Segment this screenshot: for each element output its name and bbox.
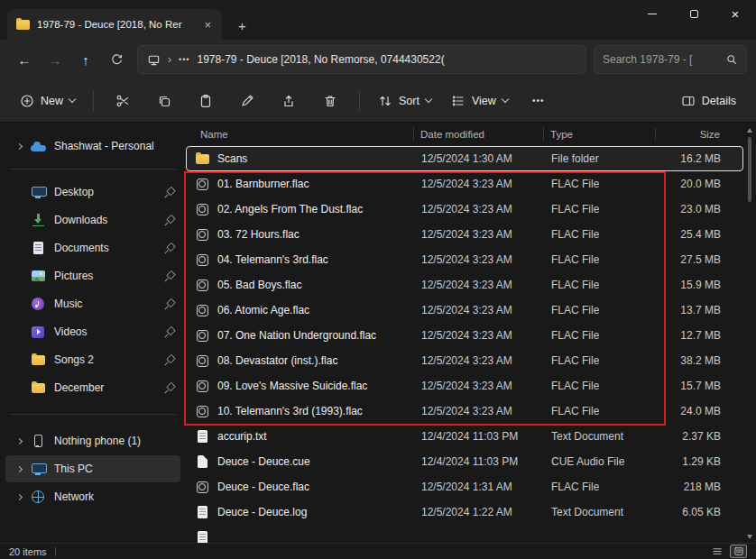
- sidebar-item-downloads[interactable]: Downloads: [5, 206, 180, 234]
- file-row[interactable]: 03. 72 Hours.flac 12/5/2024 3:23 AM FLAC…: [186, 222, 743, 247]
- maximize-button[interactable]: [673, 0, 715, 28]
- back-button[interactable]: ←: [9, 45, 40, 74]
- sidebar-item-label: Shashwat - Personal: [54, 140, 175, 152]
- sidebar-item-nothing-phone-1[interactable]: Nothing phone (1): [5, 427, 180, 454]
- clipboard-icon: [198, 94, 213, 108]
- file-row[interactable]: 01. Barnburner.flac 12/5/2024 3:23 AM FL…: [186, 171, 743, 197]
- status-divider: [55, 547, 56, 556]
- close-button[interactable]: ×: [715, 0, 756, 28]
- file-row[interactable]: 07. One Nation Underground.flac 12/5/202…: [186, 323, 743, 348]
- share-icon: [281, 94, 296, 108]
- file-row[interactable]: 02. Angels From The Dust.flac 12/5/2024 …: [186, 197, 743, 222]
- chevron-down-icon: [502, 96, 509, 103]
- search-input[interactable]: Search 1978-79 - [: [594, 45, 747, 74]
- rename-button[interactable]: [227, 86, 267, 116]
- file-size: 27.5 MB: [656, 253, 733, 266]
- sidebar-item-desktop[interactable]: Desktop: [5, 179, 180, 206]
- cut-button[interactable]: [103, 86, 143, 116]
- copy-button[interactable]: [144, 86, 184, 116]
- details-view-icon: [733, 546, 744, 556]
- paste-button[interactable]: [186, 86, 226, 116]
- breadcrumb-ellipsis[interactable]: •••: [179, 55, 189, 64]
- sidebar-item-pictures[interactable]: Pictures: [5, 262, 180, 289]
- file-row[interactable]: accurip.txt 12/4/2024 11:03 PM Text Docu…: [186, 424, 743, 449]
- sidebar-item-this-pc[interactable]: This PC: [5, 455, 180, 482]
- file-name: 05. Bad Boys.flac: [217, 279, 301, 291]
- column-header-type[interactable]: Type: [543, 127, 655, 142]
- sort-button[interactable]: Sort: [369, 87, 440, 115]
- file-date: 12/5/2024 3:23 AM: [414, 228, 544, 241]
- file-size: 20.0 MB: [656, 178, 733, 190]
- file-row[interactable]: [186, 525, 743, 543]
- column-header-size[interactable]: Size: [655, 127, 733, 142]
- file-name: 01. Barnburner.flac: [217, 178, 309, 190]
- sidebar-item-onedrive[interactable]: Shashwat - Personal: [5, 133, 180, 160]
- forward-button[interactable]: →: [40, 45, 70, 74]
- file-name: 06. Atomic Age.flac: [217, 304, 309, 316]
- more-options-button[interactable]: •••: [519, 86, 558, 116]
- scroll-up-icon[interactable]: [747, 128, 752, 133]
- details-button[interactable]: Details: [672, 87, 745, 115]
- file-icon: [197, 229, 208, 241]
- sidebar-item-videos[interactable]: Videos: [5, 318, 180, 345]
- file-row[interactable]: 10. Telemann's 3rd (1993).flac 12/5/2024…: [186, 399, 743, 424]
- search-placeholder: Search 1978-79 - [: [603, 53, 720, 66]
- file-icon: [198, 430, 207, 443]
- sidebar-item-documents[interactable]: Documents: [5, 234, 180, 261]
- delete-button[interactable]: [310, 86, 350, 116]
- file-icon: [197, 355, 208, 367]
- sidebar-item-icon: [32, 187, 45, 198]
- explorer-tab[interactable]: 1978-79 - Deuce [2018, No Rer ×: [7, 9, 222, 40]
- share-button[interactable]: [269, 86, 309, 116]
- new-tab-button[interactable]: +: [231, 19, 254, 32]
- file-row[interactable]: Deuce - Deuce.cue 12/4/2024 11:03 PM CUE…: [186, 449, 743, 474]
- sidebar-item-label: Downloads: [54, 214, 165, 226]
- search-icon[interactable]: [725, 53, 738, 66]
- file-icon: [197, 179, 208, 190]
- file-row[interactable]: 08. Devastator (inst.).flac 12/5/2024 3:…: [186, 348, 743, 373]
- file-row[interactable]: Deuce - Deuce.log 12/5/2024 1:22 AM Text…: [186, 499, 743, 525]
- file-date: 12/5/2024 3:23 AM: [414, 279, 544, 291]
- file-date: 12/5/2024 3:23 AM: [414, 203, 544, 215]
- chevron-icon[interactable]: [15, 493, 22, 499]
- file-row[interactable]: Deuce - Deuce.flac 12/5/2024 1:31 AM FLA…: [186, 474, 743, 499]
- scrollbar-thumb[interactable]: [748, 137, 751, 202]
- column-header-name[interactable]: Name: [186, 127, 413, 142]
- chevron-icon[interactable]: [15, 437, 22, 444]
- refresh-button[interactable]: [101, 45, 132, 74]
- sidebar-item-december[interactable]: December: [5, 374, 180, 401]
- sidebar-item-network[interactable]: Network: [5, 483, 180, 510]
- file-row[interactable]: 04. Telemann's 3rd.flac 12/5/2024 3:23 A…: [186, 247, 743, 272]
- list-view-toggle[interactable]: [708, 545, 725, 558]
- sidebar-item-label: Videos: [54, 325, 165, 338]
- file-row[interactable]: 05. Bad Boys.flac 12/5/2024 3:23 AM FLAC…: [186, 272, 743, 298]
- item-count: 20 items: [9, 546, 47, 557]
- up-button[interactable]: ↑: [70, 45, 101, 74]
- details-view-toggle[interactable]: [730, 545, 747, 558]
- scroll-down-icon[interactable]: [747, 535, 752, 539]
- sidebar-item-label: Documents: [54, 242, 165, 254]
- file-date: 12/5/2024 1:31 AM: [414, 481, 544, 493]
- column-header-date-modified[interactable]: Date modified: [413, 127, 543, 142]
- file-type: FLAC File: [544, 354, 656, 367]
- file-icon: [198, 531, 207, 543]
- sidebar-item-music[interactable]: Music: [5, 290, 180, 317]
- file-date: 12/5/2024 3:23 AM: [414, 253, 544, 266]
- file-type: File folder: [544, 152, 656, 165]
- chevron-icon[interactable]: [15, 142, 22, 149]
- sidebar-item-songs-2[interactable]: Songs 2: [5, 346, 180, 373]
- tab-close-icon[interactable]: ×: [200, 19, 215, 31]
- sidebar-item-label: December: [54, 381, 165, 394]
- file-row[interactable]: Scans 12/5/2024 1:30 AM File folder 16.2…: [186, 146, 743, 171]
- file-row[interactable]: 06. Atomic Age.flac 12/5/2024 3:23 AM FL…: [186, 298, 743, 323]
- new-button[interactable]: New: [11, 87, 84, 115]
- view-button[interactable]: View: [442, 87, 517, 115]
- file-icon: [197, 280, 208, 291]
- minimize-button[interactable]: [632, 0, 673, 28]
- address-bar[interactable]: › ••• 1978-79 - Deuce [2018, No Remorse,…: [137, 45, 586, 74]
- navigation-bar: ← → ↑ › ••• 1978-79 - Deuce [2018, No Re…: [0, 40, 756, 79]
- file-row[interactable]: 09. Love's Massive Suicide.flac 12/5/202…: [186, 373, 743, 399]
- chevron-icon[interactable]: [15, 465, 22, 472]
- file-name: 07. One Nation Underground.flac: [217, 329, 376, 342]
- file-name: Deuce - Deuce.log: [217, 506, 307, 518]
